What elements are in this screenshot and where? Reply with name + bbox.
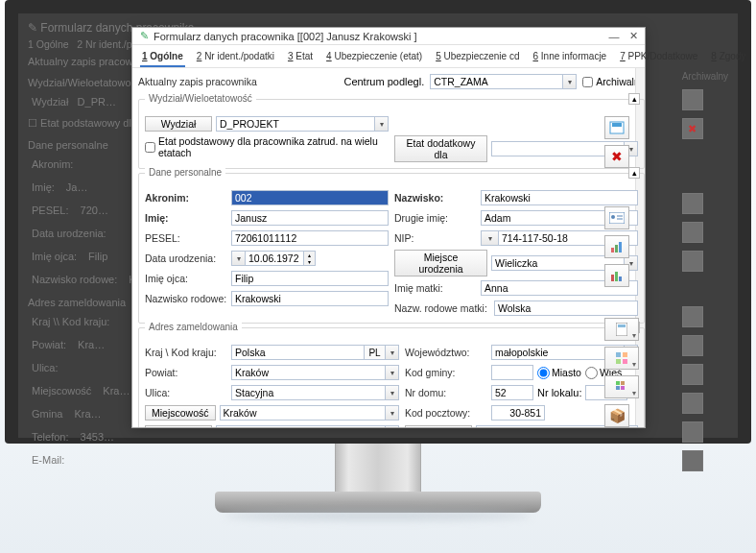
wydzial-button[interactable]: Wydział [145, 116, 212, 132]
form-content: Aktualny zapis pracownika Centrum podleg… [132, 68, 645, 427]
kodgminy-field[interactable] [491, 365, 533, 380]
gmina-dd[interactable]: ▾ [386, 425, 399, 427]
tab-ppk[interactable]: 7 PPK/Dodatkowe [618, 49, 699, 67]
imie-ojca-field[interactable] [231, 271, 389, 286]
gmina-button[interactable]: Gmina [145, 425, 212, 427]
gmina-field[interactable] [216, 425, 386, 427]
svg-rect-19 [621, 381, 625, 385]
ulica-field[interactable] [231, 385, 386, 400]
svg-rect-8 [619, 242, 622, 252]
svg-rect-20 [616, 386, 620, 390]
group-address: Adres zameldowania ▴ Kraj \ Kod kraju: P… [138, 327, 645, 427]
svg-rect-14 [616, 352, 621, 357]
tab-zgody[interactable]: 8 Zgody [709, 49, 747, 67]
woj-label: Województwo: [405, 347, 487, 358]
date-up[interactable]: ▴ [304, 252, 315, 258]
titlebar: ✎ Formularz danych pracownika [[002] Jan… [132, 28, 645, 45]
miejsce-ur-button[interactable]: Miejsce urodzenia [394, 250, 487, 276]
id-card-button[interactable] [604, 206, 629, 229]
page-1-button[interactable] [604, 318, 639, 341]
pesel-label: PESEL: [145, 232, 227, 244]
svg-rect-1 [612, 123, 622, 127]
svg-rect-10 [615, 272, 618, 281]
close-red-button[interactable]: ✖ [604, 145, 629, 168]
miejscowosc-dd[interactable]: ▾ [386, 405, 399, 421]
miejscowosc-button[interactable]: Miejscowość [145, 405, 216, 421]
svg-rect-13 [618, 325, 626, 327]
kodgminy-label: Kod gminy: [405, 367, 487, 378]
tab-etat[interactable]: 3 Etat [286, 49, 315, 67]
nazwisko-label: Nazwisko: [394, 192, 477, 204]
group-personal: Dane personalne ▴ Akronim: Imię: PESEL: … [138, 173, 645, 324]
svg-rect-6 [611, 248, 614, 252]
svg-rect-17 [623, 359, 627, 364]
radio-miasto[interactable]: Miasto [537, 367, 581, 379]
akronim-field[interactable] [231, 190, 389, 205]
powiat-dd[interactable]: ▾ [386, 365, 399, 380]
action-rail: ✖ 📦 👤 📑 [604, 116, 639, 427]
close-button[interactable]: ✕ [624, 29, 643, 44]
collapse-wydzial[interactable]: ▴ [628, 93, 640, 105]
minimize-button[interactable]: — [604, 29, 624, 44]
kraj-label: Kraj \ Kod kraju: [145, 347, 227, 358]
centrum-dropdown[interactable]: ▾ [563, 74, 577, 89]
akronim-label: Akronim: [145, 192, 227, 204]
kodpocz-label: Kod pocztowy: [405, 407, 487, 419]
kodpocz-field[interactable] [491, 405, 545, 421]
nrdomu-label: Nr domu: [405, 387, 487, 398]
kraj-code: PL [365, 345, 386, 360]
aktualny-label: Aktualny zapis pracownika [138, 76, 257, 87]
svg-rect-18 [616, 381, 620, 385]
save-button[interactable] [604, 116, 629, 139]
svg-rect-7 [615, 245, 618, 252]
tab-ogolne[interactable]: 1 Ogólne [140, 49, 185, 67]
miejscowosc-field[interactable] [220, 405, 386, 421]
window-icon: ✎ [138, 31, 150, 42]
stats-button[interactable] [604, 264, 629, 287]
imie-field[interactable] [231, 210, 389, 226]
tab-ubezp-cd[interactable]: 5 Ubezpieczenie cd [434, 49, 521, 67]
page-2-button[interactable] [604, 347, 639, 370]
wydzial-dd[interactable]: ▾ [375, 116, 389, 132]
data-ur-label: Data urodzenia: [145, 252, 227, 264]
nrdomu-field[interactable] [491, 385, 533, 400]
imie-ojca-label: Imię ojca: [145, 273, 227, 284]
poczta-button[interactable]: Poczta [405, 425, 472, 427]
wydzial-field[interactable] [216, 116, 375, 132]
tab-nr-ident[interactable]: 2 Nr ident./podatki [195, 49, 276, 67]
kraj-dd[interactable]: ▾ [386, 345, 399, 360]
chart-button[interactable] [604, 235, 629, 258]
data-ur-field[interactable]: ▾ ▴▾ [231, 251, 316, 266]
nazw-rodowe-field[interactable] [231, 291, 389, 306]
svg-rect-21 [621, 386, 625, 390]
nazw-rodowe-label: Nazwisko rodowe: [145, 293, 227, 304]
page-3-button[interactable] [604, 375, 639, 398]
imie-label: Imię: [145, 212, 227, 224]
nrlokalu-label: Nr lokalu: [537, 387, 581, 398]
kraj-field[interactable] [231, 345, 365, 360]
imie-matki-label: Imię matki: [394, 282, 477, 294]
tab-strip: 1 Ogólne 2 Nr ident./podatki 3 Etat 4 Ub… [132, 45, 645, 68]
date-down[interactable]: ▾ [304, 258, 315, 265]
pesel-field[interactable] [231, 230, 389, 246]
date-dd[interactable]: ▾ [231, 251, 245, 266]
svg-rect-15 [623, 352, 627, 357]
powiat-label: Powiat: [145, 367, 227, 378]
window-title: Formularz danych pracownika [[002] Janus… [154, 31, 604, 42]
centrum-label: Centrum podlegl. [343, 76, 424, 87]
tab-ubezp-etat[interactable]: 4 Ubezpieczenie (etat) [324, 49, 424, 67]
etat-podstawowy-check[interactable]: Etat podstawowy dla pracownika zatrud. n… [145, 135, 389, 158]
nip-prefix-dd[interactable]: ▾ [481, 230, 498, 246]
nip-label: NIP: [394, 232, 477, 244]
tab-inne[interactable]: 6 Inne informacje [531, 49, 608, 67]
action-1-button[interactable]: 📦 [604, 404, 629, 427]
svg-rect-9 [611, 275, 614, 281]
powiat-field[interactable] [231, 365, 386, 380]
rodowe-matki-label: Nazw. rodowe matki: [394, 302, 490, 314]
etat-dodatkowy-button[interactable]: Etat dodatkowy dla [394, 135, 487, 162]
poczta-field[interactable] [476, 425, 625, 427]
group-wydzial: Wydział/Wieloetatowość ▴ Wydział ▾ Et [138, 99, 645, 169]
employee-form-window: ✎ Formularz danych pracownika [[002] Jan… [131, 27, 646, 428]
centrum-field[interactable] [430, 74, 563, 89]
ulica-dd[interactable]: ▾ [386, 385, 399, 400]
